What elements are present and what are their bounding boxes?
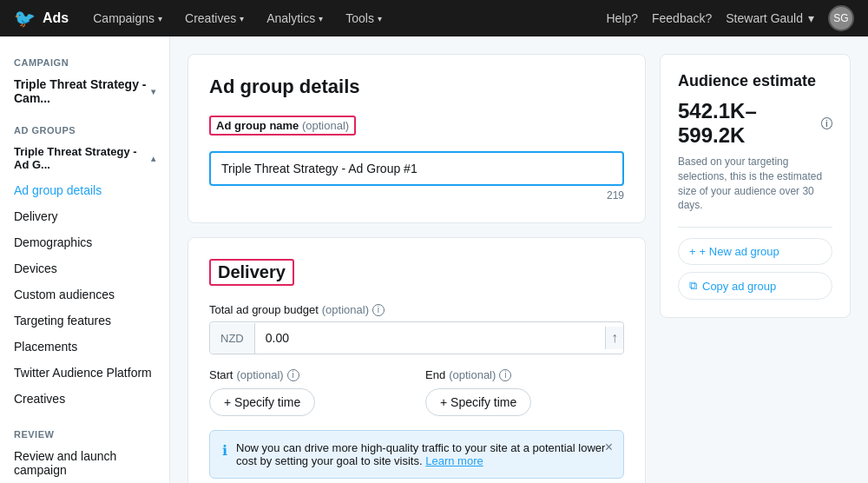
avatar[interactable]: SG — [828, 5, 854, 31]
audience-info-icon[interactable]: i — [821, 117, 832, 129]
info-banner: ℹ Now you can drive more high-quality tr… — [209, 430, 624, 479]
budget-currency: NZD — [210, 323, 255, 354]
ad-groups-section-label: AD GROUPS — [0, 118, 169, 139]
chevron-down-icon: ▾ — [240, 14, 244, 23]
audience-description: Based on your targeting selections, this… — [678, 155, 832, 213]
brand-logo[interactable]: 🐦 Ads — [14, 8, 69, 29]
chevron-down-icon: ▾ — [158, 14, 162, 23]
audience-actions: + + New ad group ⧉ Copy ad group — [678, 238, 832, 300]
start-specify-time-button[interactable]: + Specify time — [209, 388, 315, 416]
sidebar-item-delivery[interactable]: Delivery — [0, 203, 169, 229]
sidebar-item-custom-audiences[interactable]: Custom audiences — [0, 281, 169, 308]
ad-group-details-title: Ad group details — [209, 76, 624, 98]
sidebar-item-demographics[interactable]: Demographics — [0, 229, 169, 255]
new-ad-group-label: + New ad group — [700, 245, 779, 258]
chevron-down-icon: ▾ — [151, 87, 155, 96]
end-label: End (optional) i — [425, 368, 624, 381]
twitter-icon: 🐦 — [14, 8, 36, 29]
start-info-icon[interactable]: i — [287, 369, 299, 381]
end-info-icon[interactable]: i — [499, 369, 511, 381]
nav-creatives[interactable]: Creatives ▾ — [174, 4, 254, 32]
audience-range: 542.1K–599.2K i — [678, 99, 832, 148]
audience-title: Audience estimate — [678, 72, 832, 90]
brand-name: Ads — [43, 10, 69, 26]
campaign-section-label: CAMPAIGN — [0, 50, 169, 71]
top-nav-links: Campaigns ▾ Creatives ▾ Analytics ▾ Tool… — [82, 4, 606, 32]
topnav-right-actions: Help? Feedback? Stewart Gauld ▾ SG — [606, 5, 854, 31]
center-panel: Ad group details Ad group name (optional… — [187, 54, 646, 466]
copy-ad-group-label: Copy ad group — [702, 280, 776, 293]
budget-input-wrap: NZD ↑ — [209, 321, 624, 354]
info-circle-icon: ℹ — [222, 442, 227, 459]
chevron-down-icon: ▾ — [808, 11, 814, 25]
sidebar-item-placements[interactable]: Placements — [0, 334, 169, 360]
end-time-col: End (optional) i + Specify time — [425, 368, 624, 416]
top-navigation: 🐦 Ads Campaigns ▾ Creatives ▾ Analytics … — [0, 0, 868, 36]
plus-icon: + — [689, 245, 696, 258]
start-time-col: Start (optional) i + Specify time — [209, 368, 408, 416]
right-panel: Audience estimate 542.1K–599.2K i Based … — [660, 54, 851, 466]
info-banner-text: Now you can drive more high-quality traf… — [236, 441, 611, 467]
ad-group-name-label: Ad group name (optional) — [209, 116, 356, 136]
nav-campaigns[interactable]: Campaigns ▾ — [82, 4, 173, 32]
time-row: Start (optional) i + Specify time End (o… — [209, 368, 624, 416]
sidebar-item-twitter-audience-platform[interactable]: Twitter Audience Platform — [0, 360, 169, 386]
review-section-label: REVIEW — [0, 422, 169, 443]
new-ad-group-button[interactable]: + + New ad group — [678, 238, 832, 265]
sidebar-item-ad-group-details[interactable]: Ad group details — [0, 177, 169, 203]
delivery-title: Delivery — [209, 259, 294, 286]
copy-ad-group-button[interactable]: ⧉ Copy ad group — [678, 272, 832, 300]
main-content: Ad group details Ad group name (optional… — [170, 36, 868, 483]
learn-more-link[interactable]: Learn more — [425, 454, 483, 467]
sidebar: CAMPAIGN Triple Threat Strategy - Cam...… — [0, 36, 170, 483]
help-link[interactable]: Help? — [606, 11, 638, 25]
budget-stepper-up[interactable]: ↑ — [605, 327, 623, 349]
user-menu[interactable]: Stewart Gauld ▾ — [726, 11, 814, 25]
budget-amount-input[interactable] — [255, 322, 605, 354]
sidebar-item-targeting-features[interactable]: Targeting features — [0, 308, 169, 334]
ad-group-details-card: Ad group details Ad group name (optional… — [187, 54, 646, 223]
divider — [678, 227, 832, 228]
sidebar-campaign-name[interactable]: Triple Threat Strategy - Cam... ▾ — [0, 71, 169, 111]
start-label: Start (optional) i — [209, 368, 408, 381]
close-icon[interactable]: × — [605, 440, 613, 455]
chevron-up-icon: ▴ — [151, 154, 155, 163]
sidebar-item-review[interactable]: Review and launch campaign — [0, 443, 169, 483]
nav-tools[interactable]: Tools ▾ — [335, 4, 392, 32]
username: Stewart Gauld — [726, 11, 803, 25]
nav-analytics[interactable]: Analytics ▾ — [256, 4, 333, 32]
sidebar-item-devices[interactable]: Devices — [0, 255, 169, 281]
sidebar-ad-group-name[interactable]: Triple Threat Strategy - Ad G... ▴ — [0, 139, 169, 177]
char-count: 219 — [209, 189, 624, 202]
budget-label: Total ad group budget (optional) i — [209, 303, 624, 316]
audience-estimate-card: Audience estimate 542.1K–599.2K i Based … — [660, 54, 851, 318]
end-specify-time-button[interactable]: + Specify time — [425, 388, 531, 416]
feedback-link[interactable]: Feedback? — [652, 11, 712, 25]
budget-info-icon[interactable]: i — [372, 304, 385, 316]
app-layout: CAMPAIGN Triple Threat Strategy - Cam...… — [0, 36, 868, 483]
chevron-down-icon: ▾ — [319, 14, 323, 23]
delivery-card: Delivery Total ad group budget (optional… — [187, 237, 646, 483]
chevron-down-icon: ▾ — [378, 14, 382, 23]
sidebar-item-creatives[interactable]: Creatives — [0, 386, 169, 412]
ad-group-name-input[interactable] — [209, 151, 624, 186]
copy-icon: ⧉ — [689, 279, 697, 293]
